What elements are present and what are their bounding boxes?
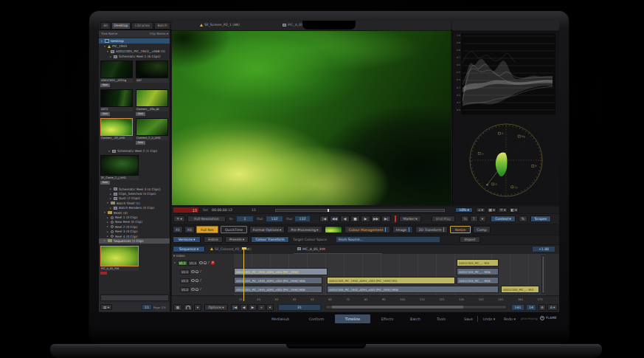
scrub-bar[interactable]: [275, 209, 445, 212]
viewer-tab-1[interactable]: SF_Screen_P2_1 (4K): [200, 23, 240, 27]
visibility-icon[interactable]: [191, 270, 195, 273]
panel-list-button[interactable]: ≡ ▾: [498, 207, 508, 213]
next-cut-icon[interactable]: ▶: [249, 304, 257, 311]
versions-dropdown[interactable]: Versions ▾: [173, 236, 201, 243]
scale-field[interactable]: 14: [526, 304, 536, 311]
dur-field[interactable]: 132: [294, 216, 311, 222]
import-button[interactable]: Import: [460, 236, 480, 243]
undo-dropdown[interactable]: Undo ▾: [479, 314, 499, 323]
fast-forward-button[interactable]: ▶▶: [371, 216, 381, 222]
lock-icon[interactable]: [195, 270, 198, 273]
tab-batch[interactable]: Batch: [403, 314, 428, 323]
lock-icon[interactable]: [204, 261, 207, 264]
track-badge[interactable]: V1.4: [180, 269, 190, 275]
quicktime-button[interactable]: QuickTime: [221, 226, 247, 233]
browser-filter-field[interactable]: [100, 295, 169, 301]
go-to-start-button[interactable]: |◀: [319, 216, 329, 222]
entire-button[interactable]: Entire: [204, 236, 223, 243]
fill-button[interactable]: Fill: [184, 226, 195, 233]
thumbnail-5-selected[interactable]: Content__03_UHD: [100, 118, 133, 140]
thumbnail-2[interactable]: A07: [136, 61, 168, 83]
browser-tab-batch[interactable]: Batch: [154, 22, 170, 30]
target-colour-space-field[interactable]: From Source...: [336, 236, 440, 243]
clip-name-column[interactable]: Clip Name ▾: [150, 32, 168, 35]
zoom-in-icon[interactable]: ⊕: [539, 304, 546, 311]
timeline-scrollbar[interactable]: [541, 255, 545, 294]
visibility-icon[interactable]: [191, 279, 195, 282]
split-view-button[interactable]: ◧ ▾: [509, 207, 519, 213]
audio-icon[interactable]: ♪: [200, 288, 202, 292]
tree-item-schematic-reel-2[interactable]: ▾Schematic Reel 2 (1 Clip): [99, 148, 170, 154]
end-play-button[interactable]: End Play: [432, 216, 455, 222]
hscrollbar-thumb[interactable]: [332, 306, 463, 309]
timeline-hscrollbar[interactable]: [325, 305, 507, 309]
snap-magnet-button[interactable]: [184, 304, 193, 311]
thumbnail-wide[interactable]: SF_Conte_2_J_UHD RAW: [100, 155, 139, 185]
tree-name-column[interactable]: Tree Name: [101, 32, 117, 35]
in-field[interactable]: 1: [236, 216, 254, 222]
context-dropdown[interactable]: Context ▾: [491, 216, 516, 222]
format-options-dropdown[interactable]: Format Options ▾: [249, 226, 285, 233]
go-to-end-button[interactable]: ▶|: [381, 216, 391, 222]
colour-management-button[interactable]: Colour Management: [344, 226, 390, 233]
playhead[interactable]: [243, 247, 244, 301]
timeline-clip-selected[interactable]: A001C001_PIC_1935_ADF4_v004 [PIC_1936]: [234, 268, 328, 275]
tab-tools[interactable]: Tools: [429, 314, 453, 323]
position-field[interactable]: 141: [511, 304, 524, 311]
timeline-ruler[interactable]: 11 21 31 41 51 61 71 81 91 101 111 121 1…: [172, 295, 559, 303]
tool-dropdown[interactable]: ▾: [194, 304, 201, 311]
track-dropdown[interactable]: ▾: [266, 304, 274, 311]
thumbnail-4[interactable]: Content__03a_4k RAW: [136, 89, 168, 116]
tab-conform[interactable]: Conform: [301, 314, 332, 323]
audio-icon[interactable]: ♪: [200, 279, 202, 283]
tab-effects[interactable]: Effects: [373, 314, 401, 323]
auto-dropdown[interactable]: A ▾: [547, 304, 558, 311]
options-dropdown[interactable]: Options ▾: [204, 304, 228, 311]
step-back-icon[interactable]: |◀: [231, 304, 239, 311]
fast-rewind-button[interactable]: ◀◀: [330, 216, 339, 222]
audio-icon[interactable]: ♪: [208, 261, 210, 265]
grid-icon[interactable]: ▦: [173, 304, 182, 311]
out-field[interactable]: 132: [266, 216, 283, 222]
timeline-clip[interactable]: A001C003_PIC_… M08: [457, 277, 499, 284]
timeline-clip[interactable]: A001C001_PIC_1935_ADF4_v002 [PIC_1936] M…: [234, 286, 322, 293]
full-res-button[interactable]: Full Res: [196, 226, 218, 233]
scopes-button[interactable]: Scopes: [530, 216, 551, 222]
current-track-badge[interactable]: V1.3: [188, 261, 198, 266]
browser-tab-all[interactable]: All: [100, 22, 111, 30]
visibility-icon[interactable]: [199, 261, 203, 264]
lock-icon[interactable]: [195, 279, 198, 282]
thumbnail-bottom[interactable]: PIC_A_05_P.M: [100, 246, 139, 275]
record-badge[interactable]: P: [211, 261, 215, 265]
presets-dropdown[interactable]: Presets ▾: [225, 236, 249, 243]
home-view-button[interactable]: ⌂ ▾: [476, 207, 485, 213]
visibility-icon[interactable]: [191, 288, 195, 291]
timeline-clip[interactable]: A001C001_PIC_1935_ADF4_v003 [PIC_1936] M…: [234, 277, 322, 284]
browser-tab-desktop[interactable]: Desktop: [111, 22, 131, 30]
current-frame-field[interactable]: 13: [173, 207, 198, 213]
save-button[interactable]: Save: [460, 314, 477, 323]
add-track-button[interactable]: +: [257, 304, 266, 311]
tree-item-a001c005[interactable]: ▾A001C005_PIC_1943__v068 (5): [99, 49, 170, 54]
thumbnail-3[interactable]: A072 RAW: [100, 89, 133, 116]
video-group-label[interactable]: ▾ Video: [173, 254, 185, 258]
lock-icon[interactable]: [195, 288, 198, 291]
speed-field[interactable]: +1.00: [532, 246, 555, 252]
display-dropdown[interactable]: ▾: [479, 216, 486, 222]
player-mode-dropdown[interactable]: ≡ ▾: [173, 216, 185, 222]
audio-icon[interactable]: ♪: [200, 270, 202, 274]
playhead-handle[interactable]: [242, 247, 246, 249]
play-reverse-button[interactable]: ◀: [340, 216, 350, 222]
primary-track-badge[interactable]: V1.1: [178, 261, 187, 266]
quarter-res-button[interactable]: ¼: [461, 216, 469, 222]
track-badge[interactable]: V1.2: [180, 287, 190, 292]
timeline-tab-2[interactable]: PIC_A_05_P.M: [297, 247, 325, 251]
redo-dropdown[interactable]: Redo ▾: [500, 314, 519, 323]
layout-grid-button[interactable]: ▦ ▾: [487, 207, 496, 213]
clip-count-field[interactable]: 11: [142, 304, 152, 310]
timeline-clip[interactable]: A001C005_PIC_1942_ADF4_v002 [PIC_1935] M…: [327, 286, 499, 293]
percent-button[interactable]: %: [519, 216, 527, 222]
timeline-clip[interactable]: A001C003_PIC_… M08: [457, 268, 499, 275]
browser-tab-libraries[interactable]: Libraries: [131, 22, 153, 30]
tab-mediahub[interactable]: MediaHub: [263, 314, 298, 323]
